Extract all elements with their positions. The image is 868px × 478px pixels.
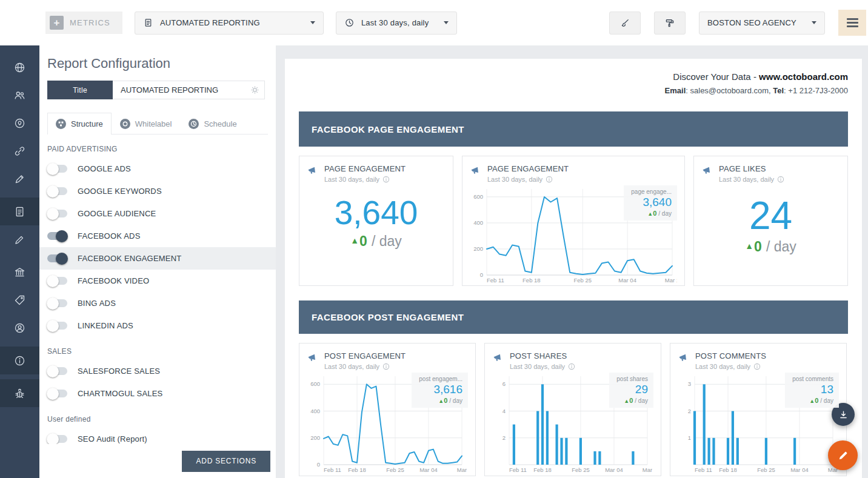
document-icon	[143, 18, 153, 28]
group-heading-user-defined: User defined	[47, 415, 268, 423]
megaphone-icon	[678, 352, 690, 364]
toggle-seo-audit[interactable]	[47, 435, 67, 443]
metrics-button-label: METRICS	[70, 18, 110, 27]
toggle-label: SALESFORCE SALES	[78, 367, 160, 376]
rail-item-edit[interactable]	[0, 225, 39, 253]
svg-text:3: 3	[688, 380, 691, 387]
toggle-label: FACEBOOK ENGAGEMENT	[78, 254, 181, 263]
rail-item-tags[interactable]	[0, 286, 39, 314]
toggle-google-ads[interactable]	[47, 165, 67, 173]
svg-text:Mar: Mar	[457, 466, 467, 473]
toggle-facebook-video[interactable]	[47, 277, 67, 285]
widget-subtitle: Last 30 days, daily	[510, 363, 575, 370]
toggle-facebook-ads[interactable]	[47, 232, 67, 240]
toggle-knob	[47, 320, 59, 332]
info-icon[interactable]	[382, 176, 390, 183]
email-value: : sales@octoboard.com,	[686, 86, 773, 95]
octoboard-app: + METRICS AUTOMATED REPORTING Last 30 da…	[0, 0, 868, 478]
add-sections-button[interactable]: ADD SECTIONS	[182, 451, 270, 472]
svg-text:Feb 11: Feb 11	[695, 466, 712, 473]
rail-item-geo[interactable]	[0, 109, 39, 137]
widget-title: POST COMMENTS	[695, 351, 766, 360]
toggle-knob	[47, 275, 59, 287]
widget-page-likes: PAGE LIKES Last 30 days, daily 24 ▲0/ da…	[693, 156, 848, 286]
tab-schedule[interactable]: Schedule	[180, 113, 245, 134]
rail-item-reports[interactable]	[0, 198, 39, 225]
toggle-chartmogul-sales[interactable]	[47, 390, 67, 397]
report-title-input[interactable]	[113, 81, 265, 99]
rail-item-audiences[interactable]	[0, 81, 39, 109]
add-metrics-button[interactable]: + METRICS	[45, 12, 122, 34]
toggle-label: SEO Audit (Report)	[78, 434, 147, 443]
rail-item-design[interactable]	[0, 165, 39, 193]
svg-text:Feb 11: Feb 11	[509, 466, 527, 473]
account-selector[interactable]: BOSTON SEO AGENCY	[699, 12, 825, 35]
toggle-knob	[47, 185, 59, 198]
megaphone-icon	[307, 352, 319, 364]
schedule-icon	[189, 119, 199, 129]
widget-head: PAGE ENGAGEMENT Last 30 days, daily	[462, 156, 684, 183]
plus-icon: +	[50, 16, 64, 30]
report-selector[interactable]: AUTOMATED REPORTING	[135, 12, 324, 35]
config-tabs: Structure Whitelabel Schedule	[47, 112, 268, 134]
tab-whitelabel[interactable]: Whitelabel	[112, 113, 181, 134]
toggle-linkedin-ads[interactable]	[47, 322, 67, 330]
toggle-label: LINKEDIN ADS	[78, 321, 133, 330]
tab-label: Schedule	[204, 119, 236, 128]
link-icon	[13, 145, 26, 158]
menu-button[interactable]	[838, 10, 866, 36]
toggle-label: FACEBOOK ADS	[78, 231, 141, 241]
widget-head: POST SHARES Last 30 days, daily	[485, 344, 661, 370]
toggle-knob	[56, 230, 68, 242]
svg-text:Mar 1: Mar 1	[665, 277, 677, 284]
rail-item-business[interactable]	[0, 258, 39, 286]
svg-text:200: 200	[310, 434, 320, 441]
chart-zone: post shares 29 ▲0/ day 246Feb 11Feb 18Fe…	[485, 373, 661, 474]
metric-value: 3,640	[299, 196, 453, 231]
widget-post-shares-chart: POST SHARES Last 30 days, daily post sha…	[484, 343, 661, 476]
section-header-facebook-post-engagement: FACEBOOK POST ENGAGEMENT	[299, 300, 848, 334]
design-brush-button[interactable]	[609, 12, 641, 35]
toggle-facebook-engagement[interactable]	[47, 254, 67, 262]
chart-zone: page engage... 3,640 ▲0/ day 0200400600F…	[462, 185, 684, 285]
section-header-facebook-page-engagement: FACEBOOK PAGE ENGAGEMENT	[299, 111, 848, 147]
edit-report-button[interactable]	[828, 440, 858, 470]
toggle-label: BING ADS	[78, 299, 116, 308]
report-tagline: Discover Your Data - www.octoboard.com	[299, 71, 848, 82]
up-arrow-icon: ▲	[809, 398, 815, 404]
title-field-label: Title	[47, 81, 113, 99]
info-icon[interactable]	[753, 363, 761, 370]
widget-head: PAGE ENGAGEMENT Last 30 days, daily	[299, 156, 453, 183]
period-selector-label: Last 30 days, daily	[361, 18, 437, 27]
period-selector[interactable]: Last 30 days, daily	[336, 12, 457, 35]
svg-text:6: 6	[502, 380, 506, 387]
toggle-row-google-ads: GOOGLE ADS	[39, 158, 276, 180]
svg-text:Feb 25: Feb 25	[386, 466, 404, 473]
toggle-google-keywords[interactable]	[47, 187, 67, 195]
up-arrow-icon: ▲	[745, 241, 753, 251]
rail-item-integrations[interactable]	[0, 137, 39, 165]
toggle-label: GOOGLE KEYWORDS	[78, 187, 162, 196]
rail-item-web[interactable]	[0, 53, 39, 81]
toggle-google-audience[interactable]	[47, 210, 67, 217]
info-icon[interactable]	[777, 176, 784, 183]
gear-icon[interactable]	[250, 85, 259, 95]
widget-page-engagement-total: PAGE ENGAGEMENT Last 30 days, daily 3,64…	[299, 156, 453, 286]
download-icon	[838, 410, 849, 420]
rail-item-info[interactable]	[0, 347, 39, 374]
toggle-row-facebook-engagement: FACEBOOK ENGAGEMENT	[39, 247, 276, 270]
info-icon[interactable]	[382, 363, 390, 370]
rail-item-debug[interactable]	[0, 379, 39, 407]
widget-subtitle: Last 30 days, daily	[487, 176, 569, 183]
theme-paint-button[interactable]	[654, 12, 686, 35]
svg-text:Feb 25: Feb 25	[573, 277, 592, 284]
widget-title: PAGE LIKES	[719, 164, 784, 173]
tab-structure[interactable]: Structure	[47, 113, 112, 134]
topbar-right: BOSTON SEO AGENCY	[609, 10, 866, 36]
toggle-bing-ads[interactable]	[47, 299, 67, 307]
info-icon[interactable]	[568, 363, 575, 370]
toggle-salesforce-sales[interactable]	[47, 367, 67, 375]
info-icon[interactable]	[546, 176, 553, 183]
rail-item-account[interactable]	[0, 314, 39, 342]
toggle-label: FACEBOOK VIDEO	[78, 276, 149, 285]
